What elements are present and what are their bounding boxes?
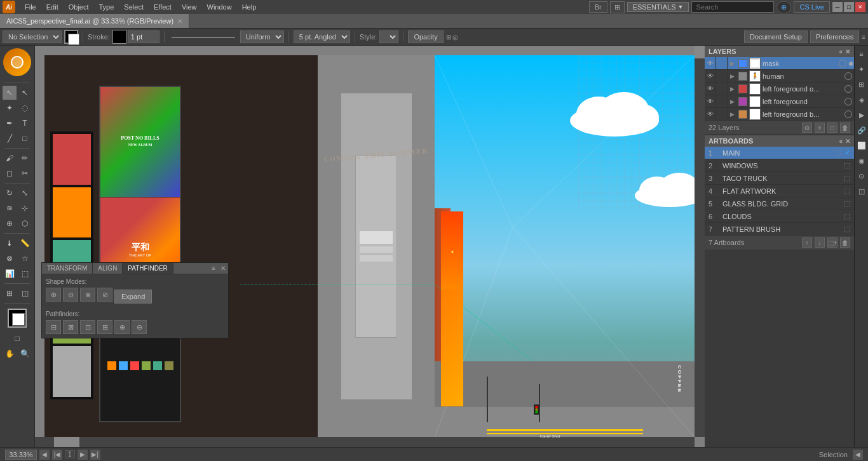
layer-lock-toggle[interactable] xyxy=(716,108,728,121)
panel-close-icon[interactable]: ✕ xyxy=(845,138,850,145)
tab-pathfinder[interactable]: PATHFINDER xyxy=(123,263,173,274)
grid-icon[interactable]: ⊞ xyxy=(856,79,867,90)
color-guide-icon[interactable]: ◉ xyxy=(856,155,867,166)
layer-row[interactable]: 👁 ▶ 🧍 human xyxy=(705,70,854,83)
panel-close-icon[interactable]: ≡ xyxy=(209,265,218,272)
stroke-color[interactable] xyxy=(112,30,126,44)
layer-visibility-toggle[interactable]: 👁 xyxy=(705,57,716,70)
document-tab[interactable]: AICS5_perspective_final.ai @ 33.33% (RGB… xyxy=(0,14,189,28)
ai-icon[interactable]: ⊕ xyxy=(776,1,791,13)
menu-window[interactable]: Window xyxy=(203,2,236,12)
move-down-btn[interactable]: ↓ xyxy=(815,237,825,248)
select-tool[interactable]: ↖ xyxy=(3,86,17,100)
menu-object[interactable]: Object xyxy=(64,2,93,12)
perspective-tool[interactable]: ⬚ xyxy=(18,267,32,281)
layer-target-circle[interactable] xyxy=(844,98,852,105)
menu-effect[interactable]: Effect xyxy=(149,2,176,12)
rotate-tool[interactable]: ↻ xyxy=(3,186,17,200)
layer-target-circle[interactable] xyxy=(844,72,852,80)
minus-front-btn[interactable]: ⊖ xyxy=(63,288,78,302)
layer-visibility-toggle[interactable]: 👁 xyxy=(705,108,716,121)
rect-tool[interactable]: □ xyxy=(18,131,32,145)
horizontal-scrollbar[interactable] xyxy=(35,437,695,447)
pencil-tool[interactable]: ✏ xyxy=(18,151,32,165)
new-sublayer-btn[interactable]: + xyxy=(815,123,825,133)
artboard-indicator[interactable]: 1 xyxy=(65,450,75,458)
layer-expand-arrow[interactable]: ▶ xyxy=(728,108,736,121)
layer-target-circle[interactable] xyxy=(844,85,852,93)
crop-btn[interactable]: ⊞ xyxy=(97,320,112,334)
menu-edit[interactable]: Edit xyxy=(42,2,63,12)
opacity-btn[interactable]: Opacity xyxy=(408,30,443,43)
selection-dropdown[interactable]: No Selection xyxy=(3,30,62,43)
merge-btn[interactable]: ⊡ xyxy=(80,320,95,334)
line-tool[interactable]: ╱ xyxy=(3,131,17,145)
stroke-width-input[interactable] xyxy=(128,30,159,43)
preferences-btn[interactable]: Preferences xyxy=(810,30,859,43)
layers-icon[interactable]: ≡ xyxy=(856,48,867,60)
first-artboard-btn[interactable]: |◀ xyxy=(52,450,62,460)
live-paint-tool[interactable]: ⬡ xyxy=(18,217,32,230)
next-artboard-btn[interactable]: ▶ xyxy=(78,450,88,460)
magic-wand-tool[interactable]: ✦ xyxy=(3,101,17,115)
tab-align[interactable]: ALIGN xyxy=(93,263,123,274)
layer-expand-arrow[interactable]: ▶ xyxy=(728,83,736,95)
trim-btn[interactable]: ⊠ xyxy=(63,320,78,334)
outline-btn[interactable]: ⊕ xyxy=(114,320,130,334)
artboard-row[interactable]: 5 GLASS BLDG. GRID ⬚ xyxy=(705,197,854,210)
gradient-tool[interactable]: ◫ xyxy=(18,286,32,300)
artboards-panel-header[interactable]: ARTBOARDS « ✕ xyxy=(705,135,854,147)
panel-close-icon[interactable]: ✕ xyxy=(845,48,850,55)
tab-transform[interactable]: TRANSFORM xyxy=(42,263,93,274)
exclude-btn[interactable]: ⊘ xyxy=(97,288,112,302)
delete-artboard-btn[interactable]: 🗑 xyxy=(840,237,850,248)
pen-tool[interactable]: ✒ xyxy=(3,116,17,130)
layer-lock-toggle[interactable] xyxy=(716,70,728,83)
symbols-icon[interactable]: ◈ xyxy=(856,94,867,105)
warp-tool[interactable]: ≋ xyxy=(3,201,17,215)
layer-expand-arrow[interactable]: ▶ xyxy=(728,70,736,83)
layer-visibility-toggle[interactable]: 👁 xyxy=(705,95,716,108)
last-artboard-btn[interactable]: ▶| xyxy=(90,450,100,460)
cs-live-btn[interactable]: CS Live xyxy=(794,1,830,13)
mesh-tool[interactable]: ⊞ xyxy=(3,286,17,300)
shape-builder-tool[interactable]: ⊕ xyxy=(3,217,17,230)
canvas-area[interactable]: POST NO BILLSNEW ALBUM 平和 THE ART OF OCT… xyxy=(35,46,705,447)
layers-panel-header[interactable]: LAYERS « ✕ xyxy=(705,46,854,57)
graph-tool[interactable]: 📊 xyxy=(3,267,17,281)
layer-expand-arrow[interactable]: ▶ xyxy=(728,57,736,70)
fill-stroke-icon[interactable] xyxy=(8,309,27,328)
new-layer-btn[interactable]: □ xyxy=(827,123,837,133)
menu-select[interactable]: Select xyxy=(119,2,148,12)
actions-icon[interactable]: ▶ xyxy=(856,109,867,121)
stroke-type-dropdown[interactable]: 5 pt. Angled xyxy=(294,30,350,43)
layer-row[interactable]: 👁 ▶ mask ◉ xyxy=(705,57,854,70)
target-icon[interactable]: ⊙ xyxy=(856,170,867,182)
panel-collapse-icon[interactable]: ✕ xyxy=(218,265,228,272)
layer-lock-toggle[interactable] xyxy=(716,57,728,70)
workspace-switcher[interactable]: ⊞ xyxy=(610,1,625,13)
panel-collapse-icon[interactable]: « xyxy=(839,138,843,145)
minus-back-btn[interactable]: ⊖ xyxy=(132,320,147,334)
navigate-left-btn[interactable]: ◀ xyxy=(853,450,863,460)
stroke-uniform-dropdown[interactable]: Uniform xyxy=(240,30,284,43)
blend-tool[interactable]: ⊗ xyxy=(3,251,17,265)
expand-btn[interactable]: Expand xyxy=(114,290,152,304)
swatches-icon[interactable]: ⬜ xyxy=(856,140,867,151)
delete-layer-btn[interactable]: 🗑 xyxy=(840,123,850,133)
menu-help[interactable]: Help xyxy=(238,2,261,12)
tab-close-icon[interactable]: ✕ xyxy=(177,18,182,25)
zoom-tool[interactable]: 🔍 xyxy=(18,347,32,361)
change-screen-mode[interactable]: □ xyxy=(10,331,24,345)
document-setup-btn[interactable]: Document Setup xyxy=(744,30,808,43)
lasso-tool[interactable]: ◌ xyxy=(18,101,32,115)
close-button[interactable]: ✕ xyxy=(855,2,865,12)
prev-artboard-btn[interactable]: ◀ xyxy=(39,450,50,460)
unite-btn[interactable]: ⊕ xyxy=(46,288,61,302)
menu-file[interactable]: File xyxy=(20,2,41,12)
style-dropdown[interactable] xyxy=(379,30,398,43)
paintbrush-tool[interactable]: 🖌 xyxy=(3,151,17,165)
symbol-tool[interactable]: ☆ xyxy=(18,251,32,265)
artboard-row[interactable]: 6 CLOUDS ⬚ xyxy=(705,210,854,223)
essentials-btn[interactable]: ESSENTIALS ▼ xyxy=(627,2,689,12)
